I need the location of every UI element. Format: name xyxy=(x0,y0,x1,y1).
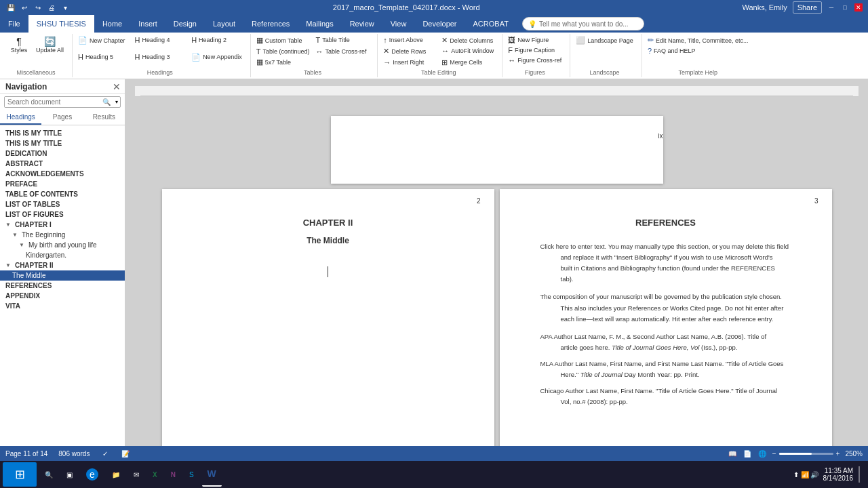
expand-birth-icon[interactable]: ▼ xyxy=(19,242,24,248)
nav-item-kindergarten[interactable]: Kindergarten. xyxy=(0,250,125,260)
zoom-slider[interactable]: − + xyxy=(772,450,840,458)
taskbar-word[interactable]: W xyxy=(202,462,222,487)
minimize-button[interactable]: ─ xyxy=(827,3,835,12)
search-input[interactable] xyxy=(5,97,100,107)
show-desktop-button[interactable] xyxy=(857,466,860,483)
heading4-button[interactable]: HHeading 4 xyxy=(132,35,189,45)
tab-layout[interactable]: Layout xyxy=(205,15,243,33)
new-appendix-button[interactable]: 📄New Appendix xyxy=(189,52,245,62)
nav-item-lot[interactable]: LIST OF TABLES xyxy=(0,199,125,209)
nav-item-preface[interactable]: PREFACE xyxy=(0,179,125,189)
taskbar-skype[interactable]: S xyxy=(184,462,199,487)
table-crossref-button[interactable]: ↔Table Cross-ref xyxy=(313,47,372,56)
taskbar-edge[interactable]: e xyxy=(81,462,104,487)
nav-tab-pages[interactable]: Pages xyxy=(41,110,83,125)
faq-help-button[interactable]: ?FAQ and HELP xyxy=(645,46,698,56)
delete-rows-button[interactable]: ✕Delete Rows xyxy=(380,46,438,56)
nav-item-lof[interactable]: LIST OF FIGURES xyxy=(0,209,125,220)
zoom-percent[interactable]: 250% xyxy=(845,450,863,458)
nav-item-title2[interactable]: THIS IS MY TITLE xyxy=(0,138,125,148)
expand-chapter2-icon[interactable]: ▼ xyxy=(5,262,11,268)
new-figure-button[interactable]: 🖼New Figure xyxy=(505,35,551,45)
tab-insert[interactable]: Insert xyxy=(130,15,165,33)
insert-above-button[interactable]: ↑Insert Above xyxy=(380,35,438,45)
share-button[interactable]: Share xyxy=(793,1,822,14)
heading5-button[interactable]: HHeading 5 xyxy=(75,52,132,62)
nav-item-acknowledgements[interactable]: ACKNOWLEDGEMENTS xyxy=(0,169,125,179)
taskbar-outlook[interactable]: ✉ xyxy=(128,462,144,487)
nav-item-abstract[interactable]: ABSTRACT xyxy=(0,159,125,169)
search-icon[interactable]: 🔍 xyxy=(100,97,113,107)
tab-design[interactable]: Design xyxy=(165,15,205,33)
edit-name-button[interactable]: ✏Edit Name, Title, Committee, etc... xyxy=(645,35,751,45)
nav-item-title1[interactable]: THIS IS MY TITLE xyxy=(0,128,125,138)
nav-tab-headings[interactable]: Headings xyxy=(0,110,41,125)
tab-view[interactable]: View xyxy=(382,15,415,33)
spell-check-icon[interactable]: ✓ xyxy=(100,449,110,458)
landscape-page-button[interactable]: ⬜Landscape Page xyxy=(573,35,636,45)
tell-me-box[interactable]: 💡 Tell me what you want to do... xyxy=(522,17,644,30)
delete-columns-button[interactable]: ✕Delete Columns xyxy=(439,35,496,45)
start-button[interactable]: ⊞ xyxy=(3,462,37,487)
nav-item-vita[interactable]: VITA xyxy=(0,301,125,311)
heading3-button[interactable]: HHeading 3 xyxy=(132,52,189,62)
taskbar-excel[interactable]: X xyxy=(147,462,163,487)
table-title-button[interactable]: TTable Title xyxy=(313,35,372,45)
expand-chapter1-icon[interactable]: ▼ xyxy=(5,222,11,228)
tab-developer[interactable]: Developer xyxy=(414,15,465,33)
expand-beginning-icon[interactable]: ▼ xyxy=(12,232,18,238)
figure-crossref-button[interactable]: ↔Figure Cross-ref xyxy=(505,56,564,65)
view-print-icon[interactable]: 📄 xyxy=(743,449,752,458)
heading2-button[interactable]: HHeading 2 xyxy=(189,35,245,45)
print-icon[interactable]: 🖨 xyxy=(46,2,57,13)
nav-item-toc[interactable]: TABLE OF CONTENTS xyxy=(0,189,125,199)
zoom-out-icon[interactable]: − xyxy=(772,450,776,458)
view-read-icon[interactable]: 📖 xyxy=(728,449,737,458)
insert-right-button[interactable]: →Insert Right xyxy=(380,58,438,67)
update-all-button[interactable]: 🔄Update All xyxy=(33,35,66,55)
nav-item-middle[interactable]: The Middle xyxy=(0,270,125,281)
restore-button[interactable]: □ xyxy=(841,3,849,12)
nav-item-chapter2[interactable]: ▼CHAPTER II xyxy=(0,260,125,270)
document-scroll-area[interactable]: ix 2 CHAPTER II The Middle xyxy=(125,79,868,446)
nav-item-birth[interactable]: ▼My birth and young life xyxy=(0,240,125,250)
nav-tab-results[interactable]: Results xyxy=(83,110,125,125)
autofit-window-button[interactable]: ↔AutoFit Window xyxy=(439,46,496,56)
nav-close-button[interactable]: ✕ xyxy=(113,82,121,92)
nav-item-chapter1[interactable]: ▼CHAPTER I xyxy=(0,220,125,230)
nav-item-dedication[interactable]: DEDICATION xyxy=(0,148,125,159)
table-continued-button[interactable]: TTable (continued) xyxy=(254,47,313,56)
taskbar-search[interactable]: 🔍 xyxy=(39,462,58,487)
search-dropdown-icon[interactable]: ▾ xyxy=(113,98,120,106)
figure-caption-button[interactable]: FFigure Caption xyxy=(505,45,557,55)
nav-item-beginning[interactable]: ▼The Beginning xyxy=(0,230,125,240)
tab-shsu-thesis[interactable]: SHSU THESIS xyxy=(28,15,94,33)
zoom-in-icon[interactable]: + xyxy=(836,450,840,458)
taskbar-file-explorer[interactable]: 📁 xyxy=(106,462,125,487)
close-button[interactable]: ✕ xyxy=(854,3,863,12)
tab-mailings[interactable]: Mailings xyxy=(298,15,341,33)
tab-acrobat[interactable]: ACROBAT xyxy=(465,15,517,33)
tab-file[interactable]: File xyxy=(0,15,28,33)
customize-icon[interactable]: ▾ xyxy=(60,2,71,13)
nav-item-references[interactable]: REFERENCES xyxy=(0,281,125,291)
styles-button[interactable]: ¶Styles xyxy=(5,35,33,55)
track-changes-icon[interactable]: 📝 xyxy=(121,449,130,458)
redo-icon[interactable]: ↪ xyxy=(33,2,43,13)
undo-icon[interactable]: ↩ xyxy=(19,2,30,13)
taskbar-task-view[interactable]: ▣ xyxy=(61,462,78,487)
5x7-table-button[interactable]: ▦5x7 Table xyxy=(254,57,313,67)
custom-table-button[interactable]: ▦Custom Table xyxy=(254,35,313,45)
tab-review[interactable]: Review xyxy=(342,15,382,33)
tab-references[interactable]: References xyxy=(243,15,298,33)
nav-item-appendix[interactable]: APPENDIX xyxy=(0,291,125,301)
new-chapter-button[interactable]: 📄New Chapter xyxy=(75,35,132,45)
tab-home[interactable]: Home xyxy=(94,15,130,33)
page-references[interactable]: 3 REFERENCES Click here to enter text. Y… xyxy=(500,189,832,446)
page-ix[interactable]: ix xyxy=(331,116,663,184)
page-chapter2[interactable]: 2 CHAPTER II The Middle xyxy=(162,189,494,446)
save-icon[interactable]: 💾 xyxy=(5,2,16,13)
taskbar-onenote[interactable]: N xyxy=(165,462,181,487)
view-web-icon[interactable]: 🌐 xyxy=(757,449,767,458)
zoom-bar[interactable] xyxy=(779,453,833,455)
